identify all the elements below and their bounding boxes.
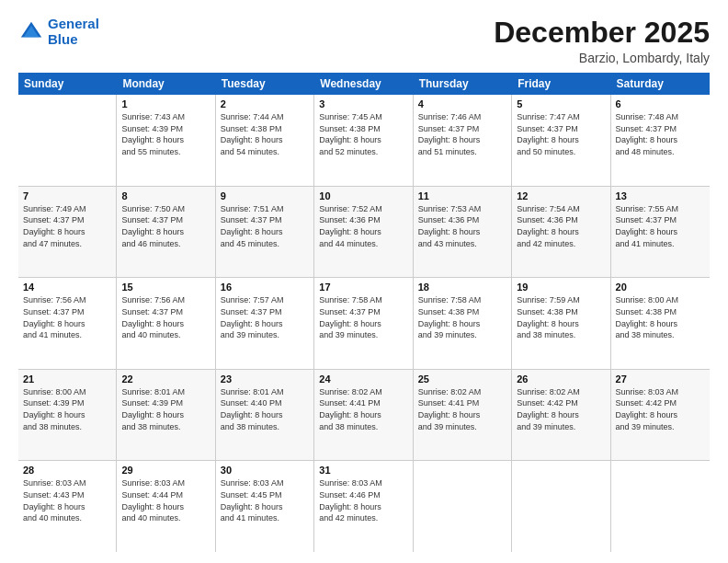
calendar-cell: 14Sunrise: 7:56 AM Sunset: 4:37 PM Dayli… bbox=[18, 278, 117, 369]
header: General Blue December 2025 Barzio, Lomba… bbox=[18, 17, 710, 65]
calendar-cell: 22Sunrise: 8:01 AM Sunset: 4:39 PM Dayli… bbox=[117, 370, 215, 461]
calendar-cell: 6Sunrise: 7:48 AM Sunset: 4:37 PM Daylig… bbox=[611, 95, 710, 186]
calendar-cell: 1Sunrise: 7:43 AM Sunset: 4:39 PM Daylig… bbox=[117, 95, 215, 186]
cell-day-number: 13 bbox=[616, 190, 705, 201]
calendar-header: SundayMondayTuesdayWednesdayThursdayFrid… bbox=[18, 73, 710, 95]
calendar-cell: 27Sunrise: 8:03 AM Sunset: 4:42 PM Dayli… bbox=[611, 370, 710, 461]
calendar-cell bbox=[414, 461, 512, 552]
cell-day-number: 19 bbox=[517, 282, 605, 293]
cell-info: Sunrise: 7:50 AM Sunset: 4:37 PM Dayligh… bbox=[121, 203, 210, 249]
logo-line2: Blue bbox=[48, 31, 78, 47]
calendar-cell: 31Sunrise: 8:03 AM Sunset: 4:46 PM Dayli… bbox=[314, 461, 413, 552]
cell-day-number: 20 bbox=[616, 282, 705, 293]
cell-day-number: 17 bbox=[319, 282, 407, 293]
cell-info: Sunrise: 8:03 AM Sunset: 4:44 PM Dayligh… bbox=[121, 477, 210, 523]
calendar-week-4: 21Sunrise: 8:00 AM Sunset: 4:39 PM Dayli… bbox=[18, 370, 710, 462]
cell-info: Sunrise: 7:54 AM Sunset: 4:36 PM Dayligh… bbox=[517, 203, 605, 249]
cell-info: Sunrise: 8:01 AM Sunset: 4:39 PM Dayligh… bbox=[121, 386, 210, 432]
cell-info: Sunrise: 7:48 AM Sunset: 4:37 PM Dayligh… bbox=[616, 111, 705, 157]
header-day-friday: Friday bbox=[512, 73, 610, 95]
calendar-body: 1Sunrise: 7:43 AM Sunset: 4:39 PM Daylig… bbox=[18, 95, 710, 552]
cell-info: Sunrise: 7:47 AM Sunset: 4:37 PM Dayligh… bbox=[517, 111, 605, 157]
cell-info: Sunrise: 8:03 AM Sunset: 4:46 PM Dayligh… bbox=[319, 477, 407, 523]
calendar-cell: 9Sunrise: 7:51 AM Sunset: 4:37 PM Daylig… bbox=[216, 187, 314, 278]
cell-info: Sunrise: 7:52 AM Sunset: 4:36 PM Dayligh… bbox=[319, 203, 407, 249]
calendar-cell bbox=[512, 461, 610, 552]
cell-info: Sunrise: 7:58 AM Sunset: 4:38 PM Dayligh… bbox=[418, 294, 506, 340]
cell-info: Sunrise: 7:58 AM Sunset: 4:37 PM Dayligh… bbox=[319, 294, 407, 340]
calendar-cell bbox=[611, 461, 710, 552]
calendar-cell: 18Sunrise: 7:58 AM Sunset: 4:38 PM Dayli… bbox=[414, 278, 512, 369]
calendar-cell: 25Sunrise: 8:02 AM Sunset: 4:41 PM Dayli… bbox=[414, 370, 512, 461]
logo: General Blue bbox=[18, 17, 99, 47]
calendar-cell: 10Sunrise: 7:52 AM Sunset: 4:36 PM Dayli… bbox=[314, 187, 413, 278]
header-day-saturday: Saturday bbox=[611, 73, 710, 95]
cell-info: Sunrise: 8:03 AM Sunset: 4:45 PM Dayligh… bbox=[221, 477, 309, 523]
cell-info: Sunrise: 7:44 AM Sunset: 4:38 PM Dayligh… bbox=[221, 111, 309, 157]
cell-day-number: 4 bbox=[418, 98, 506, 109]
cell-day-number: 3 bbox=[319, 98, 407, 109]
logo-icon bbox=[18, 19, 44, 45]
calendar-week-1: 1Sunrise: 7:43 AM Sunset: 4:39 PM Daylig… bbox=[18, 95, 710, 187]
cell-info: Sunrise: 7:56 AM Sunset: 4:37 PM Dayligh… bbox=[23, 294, 111, 340]
cell-info: Sunrise: 8:02 AM Sunset: 4:41 PM Dayligh… bbox=[319, 386, 407, 432]
calendar-cell: 30Sunrise: 8:03 AM Sunset: 4:45 PM Dayli… bbox=[216, 461, 314, 552]
cell-day-number: 16 bbox=[221, 282, 309, 293]
cell-info: Sunrise: 7:51 AM Sunset: 4:37 PM Dayligh… bbox=[221, 203, 309, 249]
calendar-cell: 16Sunrise: 7:57 AM Sunset: 4:37 PM Dayli… bbox=[216, 278, 314, 369]
cell-info: Sunrise: 7:53 AM Sunset: 4:36 PM Dayligh… bbox=[418, 203, 506, 249]
logo-text: General Blue bbox=[48, 17, 99, 47]
cell-day-number: 5 bbox=[517, 98, 605, 109]
cell-day-number: 24 bbox=[319, 373, 407, 385]
calendar-cell: 2Sunrise: 7:44 AM Sunset: 4:38 PM Daylig… bbox=[216, 95, 314, 186]
cell-day-number: 28 bbox=[23, 465, 111, 476]
calendar-cell: 24Sunrise: 8:02 AM Sunset: 4:41 PM Dayli… bbox=[314, 370, 413, 461]
cell-info: Sunrise: 7:57 AM Sunset: 4:37 PM Dayligh… bbox=[221, 294, 309, 340]
cell-info: Sunrise: 8:03 AM Sunset: 4:42 PM Dayligh… bbox=[616, 386, 705, 432]
cell-info: Sunrise: 7:56 AM Sunset: 4:37 PM Dayligh… bbox=[121, 294, 210, 340]
cell-day-number: 11 bbox=[418, 190, 506, 201]
cell-day-number: 27 bbox=[616, 373, 705, 385]
calendar-cell: 19Sunrise: 7:59 AM Sunset: 4:38 PM Dayli… bbox=[512, 278, 610, 369]
cell-day-number: 26 bbox=[517, 373, 605, 385]
logo-line1: General bbox=[48, 16, 99, 31]
cell-info: Sunrise: 8:02 AM Sunset: 4:41 PM Dayligh… bbox=[418, 386, 506, 432]
calendar-cell: 23Sunrise: 8:01 AM Sunset: 4:40 PM Dayli… bbox=[216, 370, 314, 461]
calendar-week-5: 28Sunrise: 8:03 AM Sunset: 4:43 PM Dayli… bbox=[18, 461, 710, 552]
location: Barzio, Lombardy, Italy bbox=[494, 51, 710, 65]
calendar-cell: 8Sunrise: 7:50 AM Sunset: 4:37 PM Daylig… bbox=[117, 187, 215, 278]
cell-day-number: 15 bbox=[121, 282, 210, 293]
calendar-cell: 7Sunrise: 7:49 AM Sunset: 4:37 PM Daylig… bbox=[18, 187, 117, 278]
calendar-cell: 12Sunrise: 7:54 AM Sunset: 4:36 PM Dayli… bbox=[512, 187, 610, 278]
cell-day-number: 10 bbox=[319, 190, 407, 201]
calendar-cell: 20Sunrise: 8:00 AM Sunset: 4:38 PM Dayli… bbox=[611, 278, 710, 369]
header-day-tuesday: Tuesday bbox=[216, 73, 314, 95]
header-day-monday: Monday bbox=[117, 73, 215, 95]
cell-info: Sunrise: 7:46 AM Sunset: 4:37 PM Dayligh… bbox=[418, 111, 506, 157]
cell-day-number: 7 bbox=[23, 190, 111, 201]
cell-day-number: 14 bbox=[23, 282, 111, 293]
calendar-cell bbox=[18, 95, 117, 186]
calendar: SundayMondayTuesdayWednesdayThursdayFrid… bbox=[18, 73, 710, 552]
cell-day-number: 9 bbox=[221, 190, 309, 201]
calendar-week-3: 14Sunrise: 7:56 AM Sunset: 4:37 PM Dayli… bbox=[18, 278, 710, 370]
cell-info: Sunrise: 8:00 AM Sunset: 4:39 PM Dayligh… bbox=[23, 386, 111, 432]
calendar-cell: 26Sunrise: 8:02 AM Sunset: 4:42 PM Dayli… bbox=[512, 370, 610, 461]
cell-day-number: 29 bbox=[121, 465, 210, 476]
calendar-cell: 3Sunrise: 7:45 AM Sunset: 4:38 PM Daylig… bbox=[314, 95, 413, 186]
cell-info: Sunrise: 8:00 AM Sunset: 4:38 PM Dayligh… bbox=[616, 294, 705, 340]
calendar-cell: 11Sunrise: 7:53 AM Sunset: 4:36 PM Dayli… bbox=[414, 187, 512, 278]
cell-info: Sunrise: 8:01 AM Sunset: 4:40 PM Dayligh… bbox=[221, 386, 309, 432]
calendar-cell: 28Sunrise: 8:03 AM Sunset: 4:43 PM Dayli… bbox=[18, 461, 117, 552]
cell-day-number: 18 bbox=[418, 282, 506, 293]
calendar-cell: 15Sunrise: 7:56 AM Sunset: 4:37 PM Dayli… bbox=[117, 278, 215, 369]
cell-day-number: 25 bbox=[418, 373, 506, 385]
cell-day-number: 21 bbox=[23, 373, 111, 385]
calendar-week-2: 7Sunrise: 7:49 AM Sunset: 4:37 PM Daylig… bbox=[18, 187, 710, 279]
cell-info: Sunrise: 7:59 AM Sunset: 4:38 PM Dayligh… bbox=[517, 294, 605, 340]
cell-info: Sunrise: 8:02 AM Sunset: 4:42 PM Dayligh… bbox=[517, 386, 605, 432]
page: General Blue December 2025 Barzio, Lomba… bbox=[0, 0, 728, 563]
cell-info: Sunrise: 7:43 AM Sunset: 4:39 PM Dayligh… bbox=[121, 111, 210, 157]
month-title: December 2025 bbox=[494, 17, 710, 49]
title-block: December 2025 Barzio, Lombardy, Italy bbox=[494, 17, 710, 65]
